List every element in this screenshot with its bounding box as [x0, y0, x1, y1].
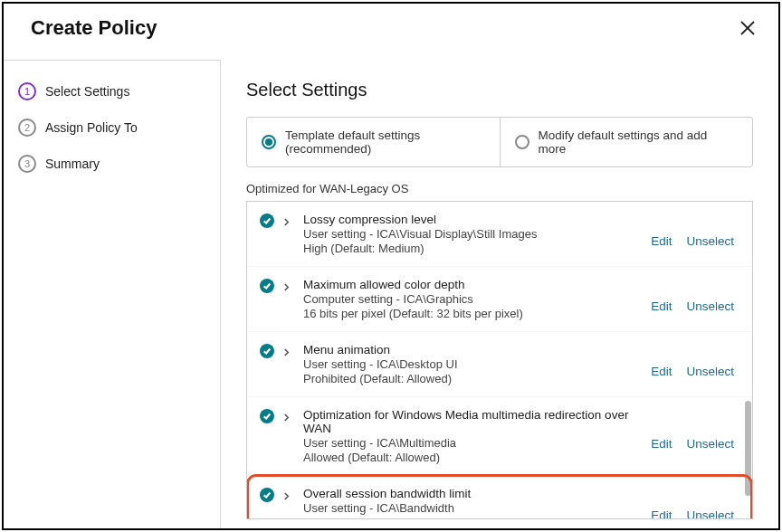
- wizard-step-3[interactable]: 3 Summary: [18, 155, 220, 173]
- template-name: Optimized for WAN-Legacy OS: [246, 182, 753, 195]
- dialog-header: Create Policy: [4, 4, 778, 60]
- row-actions: Edit Unselect: [651, 299, 734, 313]
- edit-link[interactable]: Edit: [651, 234, 672, 248]
- setting-name: Lossy compression level: [303, 213, 634, 226]
- template-defaults-option[interactable]: Template default settings (recommended): [247, 118, 501, 166]
- expand-chevron[interactable]: [283, 345, 294, 357]
- unselect-link[interactable]: Unselect: [686, 365, 734, 378]
- option-label: Template default settings (recommended): [285, 128, 485, 156]
- setting-text-block: Maximum allowed color depth Computer set…: [303, 278, 634, 320]
- unselect-link[interactable]: Unselect: [686, 437, 734, 451]
- setting-text-block: Overall session bandwidth limit User set…: [303, 487, 634, 519]
- row-actions: Edit Unselect: [651, 365, 734, 378]
- step-label: Assign Policy To: [45, 120, 138, 135]
- step-number-badge: 2: [18, 119, 36, 137]
- close-icon: [739, 20, 756, 36]
- selected-check-icon: [260, 409, 274, 423]
- setting-value: 16 bits per pixel (Default: 32 bits per …: [303, 307, 634, 320]
- step-number-badge: 1: [18, 82, 36, 100]
- setting-row: Optimization for Windows Media multimedi…: [247, 396, 752, 475]
- radio-icon: [515, 135, 529, 149]
- expand-chevron[interactable]: [283, 410, 294, 423]
- setting-name: Overall session bandwidth limit: [303, 487, 634, 500]
- setting-path: User setting - ICA\Desktop UI: [303, 357, 634, 371]
- wizard-steps: 1 Select Settings 2 Assign Policy To 3 S…: [4, 60, 221, 528]
- setting-path: User setting - ICA\Bandwidth: [303, 501, 634, 515]
- step-label: Select Settings: [45, 84, 129, 99]
- settings-list: Lossy compression level User setting - I…: [246, 201, 753, 519]
- edit-link[interactable]: Edit: [651, 299, 672, 313]
- main-panel: Select Settings Template default setting…: [221, 60, 778, 528]
- selected-check-icon: [260, 214, 274, 228]
- expand-chevron[interactable]: [283, 214, 294, 227]
- wizard-step-2[interactable]: 2 Assign Policy To: [18, 119, 220, 137]
- option-label: Modify default settings and add more: [539, 128, 739, 156]
- setting-name: Menu animation: [303, 343, 634, 356]
- expand-chevron[interactable]: [283, 280, 294, 292]
- edit-link[interactable]: Edit: [651, 437, 672, 451]
- step-number-badge: 3: [18, 155, 36, 173]
- setting-row: Lossy compression level User setting - I…: [247, 202, 752, 266]
- setting-value: Allowed (Default: Allowed): [303, 451, 634, 464]
- selected-check-icon: [260, 279, 274, 293]
- setting-text-block: Menu animation User setting - ICA\Deskto…: [303, 343, 634, 385]
- selected-check-icon: [260, 488, 274, 502]
- setting-name: Optimization for Windows Media multimedi…: [303, 408, 634, 435]
- modify-defaults-option[interactable]: Modify default settings and add more: [501, 118, 753, 166]
- section-title: Select Settings: [246, 80, 753, 100]
- setting-value: 0 Kbps (Default: 0 Kbps): [303, 516, 634, 519]
- setting-row: Overall session bandwidth limit User set…: [247, 475, 752, 519]
- setting-name: Maximum allowed color depth: [303, 278, 634, 291]
- setting-text-block: Optimization for Windows Media multimedi…: [303, 408, 634, 464]
- setting-text-block: Lossy compression level User setting - I…: [303, 213, 634, 255]
- setting-path: User setting - ICA\Visual Display\Still …: [303, 227, 634, 241]
- setting-value: Prohibited (Default: Allowed): [303, 372, 634, 385]
- row-actions: Edit Unselect: [651, 508, 734, 519]
- setting-value: High (Default: Medium): [303, 242, 634, 255]
- row-actions: Edit Unselect: [651, 437, 734, 451]
- setting-row: Menu animation User setting - ICA\Deskto…: [247, 331, 752, 396]
- unselect-link[interactable]: Unselect: [686, 234, 734, 248]
- edit-link[interactable]: Edit: [651, 508, 672, 519]
- wizard-step-1[interactable]: 1 Select Settings: [18, 82, 220, 100]
- setting-row: Maximum allowed color depth Computer set…: [247, 266, 752, 331]
- unselect-link[interactable]: Unselect: [686, 508, 734, 519]
- selected-check-icon: [260, 344, 274, 358]
- setting-path: User setting - ICA\Multimedia: [303, 436, 634, 450]
- page-title: Create Policy: [31, 16, 157, 40]
- edit-link[interactable]: Edit: [651, 365, 672, 378]
- close-button[interactable]: [739, 19, 757, 37]
- radio-icon: [262, 135, 276, 149]
- row-actions: Edit Unselect: [651, 234, 734, 248]
- settings-mode-toggle: Template default settings (recommended) …: [246, 117, 753, 167]
- expand-chevron[interactable]: [283, 489, 294, 501]
- unselect-link[interactable]: Unselect: [686, 299, 734, 313]
- step-label: Summary: [45, 157, 100, 171]
- setting-path: Computer setting - ICA\Graphics: [303, 292, 634, 306]
